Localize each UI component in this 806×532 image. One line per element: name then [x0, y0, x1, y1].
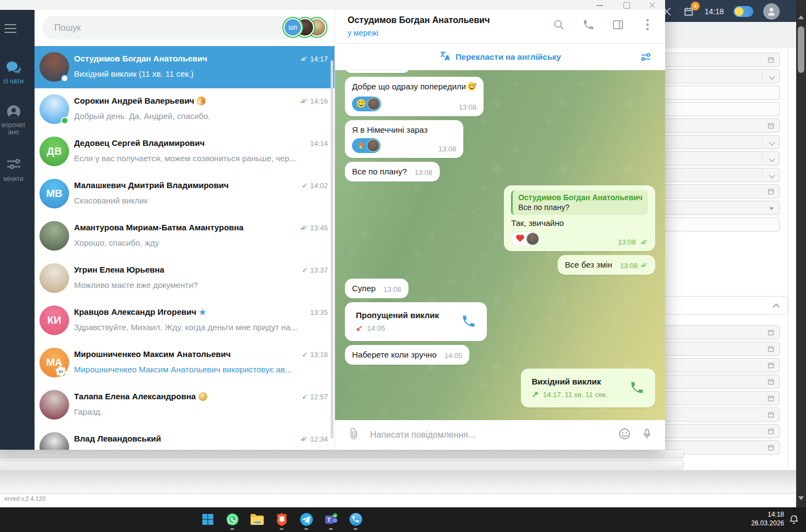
chevron-down-icon[interactable] — [769, 172, 775, 178]
windows-taskbar: T 14:18 26.03.2026 z — [0, 507, 806, 532]
chats-icon — [5, 60, 22, 76]
last-message-preview: Добрый день. Да, Андрей, спасибо. — [74, 111, 326, 121]
calendar-icon[interactable] — [767, 329, 775, 338]
whatsapp-icon[interactable] — [224, 510, 241, 529]
message-input[interactable]: Написати повідомлення... — [370, 430, 608, 440]
chat-online-status: у мережі — [348, 29, 378, 37]
chevron-down-icon[interactable] — [769, 139, 775, 145]
reply-quote[interactable]: Остудимов Богдан АнатольевичВсе по плану… — [511, 190, 648, 215]
message-bubble[interactable]: Все без змін13:08✓✓ — [558, 255, 655, 275]
scrollbar-thumb[interactable] — [798, 26, 804, 73]
chat-time: 14:17 — [310, 55, 328, 63]
call-message-bubble[interactable]: Вихідний виклик↗14:17, 11 хв. 11 сек. — [521, 369, 655, 408]
attach-icon[interactable] — [347, 427, 360, 443]
list-item[interactable]: Остудимов Богдан Анатольевич✓✓14:17Вихід… — [35, 46, 334, 88]
call-icon[interactable] — [582, 18, 595, 31]
call-phone-icon[interactable] — [461, 314, 476, 330]
user-avatar[interactable] — [763, 3, 780, 20]
taskbar-clock[interactable]: 14:18 26.03.2026 — [751, 510, 784, 528]
calendar-icon[interactable] — [767, 411, 775, 421]
calendar-icon[interactable] — [767, 427, 775, 437]
calendar-icon[interactable] — [767, 122, 775, 132]
message-bubble[interactable]: Добре що одразу попередили13:08 — [345, 77, 484, 116]
calendar-icon[interactable] — [767, 361, 775, 371]
message-bubble[interactable]: Остудимов Богдан АнатольевичВсе по плану… — [504, 185, 655, 251]
list-item[interactable]: МА1тМирошниченкео Максим Анатольевич✓13:… — [35, 342, 334, 384]
scroll-up-arrow[interactable] — [798, 15, 804, 19]
emoji-icon[interactable] — [618, 427, 631, 443]
chevron-down-icon[interactable] — [769, 156, 775, 162]
calendar-icon[interactable] — [767, 188, 775, 197]
message-time: 13:08 — [444, 103, 476, 111]
sidebar-folder-tab[interactable]: епрочит ано — [0, 104, 35, 136]
sidebar-folder-tab[interactable]: мінити — [0, 158, 35, 183]
sidebar-folder-tab[interactable]: сі чати — [0, 60, 35, 85]
call-message-bubble[interactable]: Пропущений виклик↙14:05 — [345, 302, 487, 341]
list-item[interactable]: КИКравцов Александр Игоревич★13:35Здравс… — [35, 299, 334, 342]
chevron-down-icon[interactable] — [769, 73, 775, 80]
voice-record-icon[interactable] — [641, 427, 653, 443]
list-item[interactable]: Угрин Елена Юрьевна✓13:37Можливо маєте в… — [35, 257, 334, 299]
reaction-pill[interactable] — [511, 231, 540, 246]
scroll-down-arrow[interactable] — [798, 496, 804, 500]
calendar-icon[interactable] — [767, 345, 775, 355]
brave-browser-icon[interactable] — [273, 510, 290, 529]
message-bubble[interactable]: Супер13:08 — [345, 279, 408, 298]
maximize-button[interactable] — [623, 1, 631, 9]
stories-strip[interactable]: шп — [283, 18, 326, 37]
read-checkmarks-icon: ✓✓ — [300, 224, 308, 232]
version-footer: erved v.2.4.120 — [4, 495, 46, 502]
call-phone-icon[interactable] — [629, 380, 644, 397]
window-titlebar[interactable] — [0, 0, 665, 10]
close-button[interactable] — [649, 1, 656, 9]
calendar-icon[interactable] — [767, 56, 775, 66]
calendar-icon[interactable] — [767, 444, 775, 454]
chat-time: 14:14 — [310, 139, 328, 148]
theme-toggle[interactable] — [734, 6, 753, 17]
telegram-icon[interactable] — [298, 510, 315, 529]
start-button-icon[interactable] — [199, 510, 216, 529]
read-checkmarks-icon: ✓✓ — [300, 435, 308, 443]
dropdown-arrow-icon[interactable] — [769, 207, 774, 210]
folder-tab-label: мінити — [0, 176, 35, 183]
calendar-icon[interactable]: 4 — [683, 5, 695, 18]
translate-bar[interactable]: A Перекласти на англійську — [335, 44, 665, 70]
file-explorer-icon[interactable] — [248, 510, 265, 529]
running-indicator — [304, 528, 308, 530]
search-icon[interactable] — [552, 18, 565, 31]
list-item[interactable]: Амантурова Мириам-Батма Амантуровна✓✓13:… — [35, 215, 334, 257]
last-message-preview: Здравствуйте, Михаил. Жду, когда деньги … — [74, 322, 326, 332]
list-item[interactable]: Влад Левандовський✓✓12:34 — [35, 426, 334, 450]
list-item[interactable]: ДВДедовец Сергей Владимирович14:14Если у… — [35, 131, 334, 173]
reaction-pill[interactable] — [352, 138, 381, 153]
chat-header[interactable]: Остудимов Богдан Анатольевич у мережі — [335, 10, 665, 44]
phone-app-icon[interactable] — [347, 510, 364, 529]
chat-name: Сорокин Андрей Валерьевич — [74, 96, 194, 105]
chat-name: Дедовец Сергей Владимирович — [74, 138, 205, 148]
menu-hamburger-icon[interactable] — [4, 24, 16, 36]
message-bubble[interactable] — [345, 70, 410, 73]
list-item[interactable]: МВМалашкевич Дмитрий Владимирович✓14:02С… — [35, 173, 334, 215]
message-bubble[interactable]: Наберете коли зручно14:05 — [345, 345, 469, 365]
heart-icon — [515, 234, 525, 244]
sidebar-toggle-icon[interactable] — [611, 18, 625, 31]
folder-sidebar: сі чатиепрочит аномінити — [0, 10, 35, 450]
reactor-avatar — [367, 98, 380, 110]
reaction-pill[interactable] — [352, 97, 381, 111]
message-bubble[interactable]: Я в Німеччині зараз13:08 — [345, 120, 463, 158]
chat-name: Талапа Елена Александровна — [74, 392, 196, 401]
collapse-chevron-icon[interactable] — [773, 303, 780, 310]
story-avatar[interactable]: шп — [283, 18, 302, 37]
list-item[interactable]: Талапа Елена Александровна✓12:57Гаразд. — [35, 384, 334, 426]
message-bubble[interactable]: Все по плану?13:08 — [345, 162, 440, 182]
minimize-button[interactable] — [596, 1, 604, 9]
chat-list-scrollbar[interactable] — [331, 60, 333, 439]
browser-scrollbar[interactable] — [796, 0, 806, 507]
teams-icon[interactable]: T — [322, 510, 339, 529]
calendar-icon[interactable] — [767, 394, 775, 404]
more-menu-icon[interactable] — [641, 18, 654, 31]
notification-bell-icon[interactable]: z — [788, 514, 799, 527]
calendar-icon[interactable] — [767, 378, 775, 388]
list-item[interactable]: Сорокин Андрей Валерьевич✓✓14:16Добрый д… — [35, 88, 334, 131]
translate-settings-icon[interactable] — [640, 52, 652, 64]
